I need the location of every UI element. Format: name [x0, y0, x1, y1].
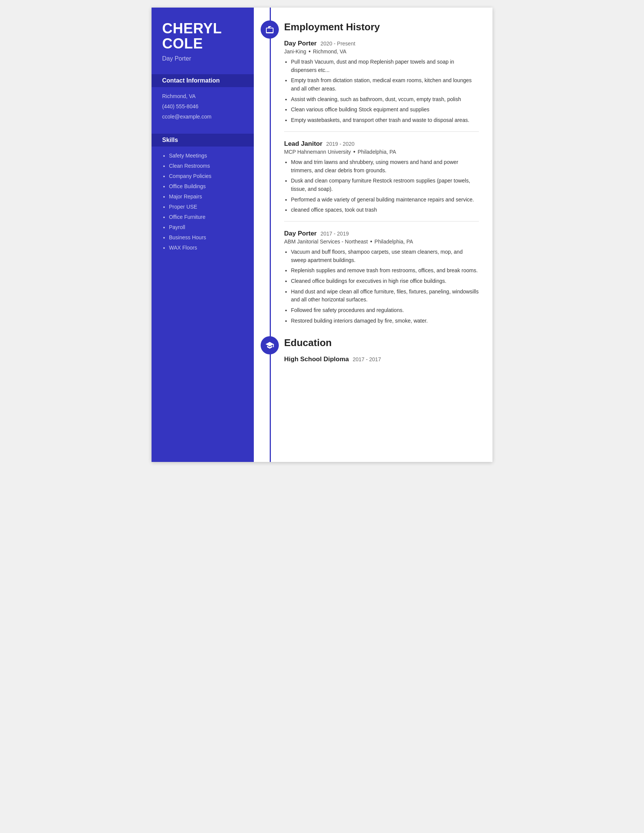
job-title: Day Porter [284, 230, 317, 237]
job-bullet: Assist with cleaning, such as bathroom, … [291, 95, 479, 104]
education-title: Education [284, 336, 479, 349]
job-bullet: Mow and trim lawns and shrubbery, using … [291, 158, 479, 175]
job-company: Jani-King • Richmond, VA [284, 48, 479, 55]
skill-item: Clean Restrooms [169, 162, 243, 170]
contact-phone: (440) 555-8046 [162, 103, 243, 111]
job-bullet: cleaned office spaces, took out trash [291, 206, 479, 214]
job-header: Day Porter2017 - 2019 [284, 230, 479, 237]
job-bullet: Restored building interiors damaged by f… [291, 317, 479, 325]
job-bullet: Vacuum and buff floors, shampoo carpets,… [291, 248, 479, 264]
skills-list: Safety MeetingsClean RestroomsCompany Po… [162, 152, 243, 252]
job-title: Day Porter [284, 40, 317, 47]
candidate-name: CHERYLCOLE [162, 21, 243, 51]
employment-section: Employment History Day Porter2020 - Pres… [254, 20, 479, 325]
briefcase-icon [261, 21, 279, 39]
job-bullet: Dusk and clean company furniture Restock… [291, 177, 479, 193]
job-bullet: Replenish supplies and remove trash from… [291, 267, 479, 275]
skill-item: Office Buildings [169, 182, 243, 190]
skill-item: Safety Meetings [169, 152, 243, 160]
job-item: Day Porter2017 - 2019ABM Janitorial Serv… [284, 230, 479, 325]
skill-item: Business Hours [169, 234, 243, 241]
job-bullet: Followed fire safety procedures and regu… [291, 306, 479, 315]
job-bullet: Cleaned office buildings for executives … [291, 277, 479, 286]
graduation-icon [261, 336, 279, 354]
job-bullet: Clean various office building Stock equi… [291, 106, 479, 114]
skills-header: Skills [151, 133, 254, 146]
skills-section: Skills Safety MeetingsClean RestroomsCom… [162, 133, 243, 252]
job-header: Day Porter2020 - Present [284, 40, 479, 47]
job-company: ABM Janitorial Services - Northeast • Ph… [284, 238, 479, 245]
skill-item: Company Policies [169, 172, 243, 180]
job-bullet: Empty trash from dictation station, medi… [291, 77, 479, 93]
job-bullets: Vacuum and buff floors, shampoo carpets,… [284, 248, 479, 325]
contact-section: Contact Information Richmond, VA (440) 5… [162, 74, 243, 121]
edu-item: High School Diploma2017 - 2017 [284, 355, 479, 363]
job-bullet: Performed a wide variety of general buil… [291, 196, 479, 204]
resume-container: CHERYLCOLE Day Porter Contact Informatio… [151, 8, 493, 462]
edu-degree: High School Diploma [284, 355, 349, 363]
job-title: Lead Janitor [284, 140, 322, 148]
job-bullet: Hand dust and wipe clean all office furn… [291, 288, 479, 304]
job-bullets: Pull trash Vacuum, dust and mop Replenis… [284, 58, 479, 125]
candidate-title: Day Porter [162, 55, 243, 62]
contact-email: ccole@example.com [162, 113, 243, 121]
skill-item: Office Furniture [169, 213, 243, 221]
education-section: Education High School Diploma2017 - 2017 [254, 336, 479, 363]
employment-title: Employment History [284, 20, 479, 33]
job-dates: 2019 - 2020 [326, 141, 354, 147]
sidebar: CHERYLCOLE Day Porter Contact Informatio… [151, 8, 254, 462]
skill-item: WAX Floors [169, 244, 243, 252]
jobs-list: Day Porter2020 - PresentJani-King • Rich… [284, 40, 479, 325]
job-bullet: Empty wastebaskets, and transport other … [291, 116, 479, 125]
job-item: Lead Janitor2019 - 2020MCP Hahnemann Uni… [284, 140, 479, 222]
skill-item: Major Repairs [169, 193, 243, 201]
job-bullets: Mow and trim lawns and shrubbery, using … [284, 158, 479, 214]
skill-item: Payroll [169, 224, 243, 232]
job-item: Day Porter2020 - PresentJani-King • Rich… [284, 40, 479, 132]
job-dates: 2020 - Present [320, 40, 355, 47]
job-bullet: Pull trash Vacuum, dust and mop Replenis… [291, 58, 479, 74]
job-company: MCP Hahnemann University • Philadelphia,… [284, 148, 479, 155]
contact-location: Richmond, VA [162, 92, 243, 100]
skill-item: Proper USE [169, 203, 243, 211]
contact-header: Contact Information [151, 74, 254, 87]
job-dates: 2017 - 2019 [320, 231, 349, 236]
main-content: Employment History Day Porter2020 - Pres… [254, 8, 493, 462]
education-list: High School Diploma2017 - 2017 [284, 355, 479, 363]
job-header: Lead Janitor2019 - 2020 [284, 140, 479, 148]
edu-dates: 2017 - 2017 [353, 356, 381, 362]
